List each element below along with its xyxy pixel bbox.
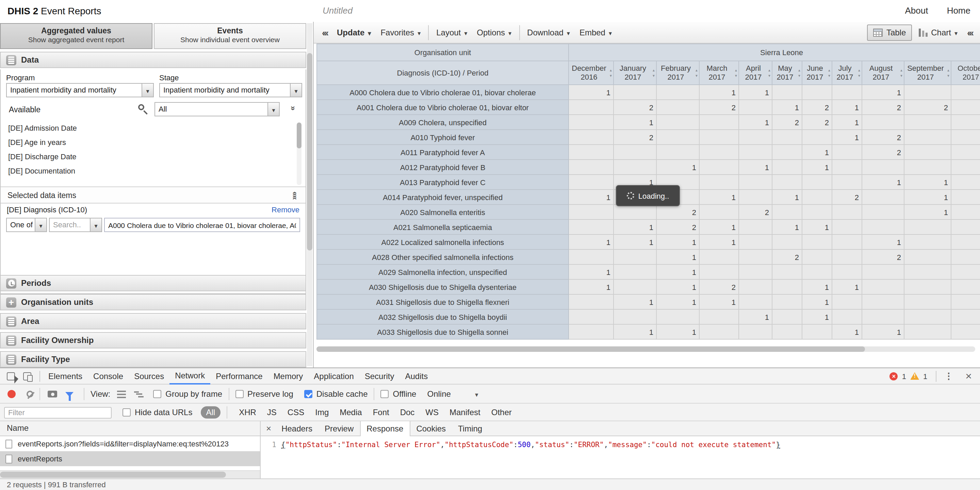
scrollbar-thumb[interactable] (297, 123, 301, 148)
device-toolbar-icon[interactable] (23, 372, 31, 380)
data-type-select[interactable]: All (154, 102, 280, 116)
accordion-area[interactable]: Area (0, 313, 306, 329)
about-link[interactable]: About (905, 5, 928, 16)
clear-icon[interactable] (27, 391, 33, 398)
filter-type-img[interactable]: Img (310, 406, 334, 418)
close-detail-icon[interactable] (266, 423, 271, 434)
home-link[interactable]: Home (947, 5, 970, 16)
sort-icon[interactable] (609, 67, 612, 78)
devtools-tab-console[interactable]: Console (88, 368, 129, 384)
scrollbar-thumb[interactable] (317, 347, 865, 352)
filter-type-font[interactable]: Font (368, 406, 395, 418)
filter-type-manifest[interactable]: Manifest (444, 406, 486, 418)
update-button[interactable]: Update (337, 27, 371, 37)
sort-icon[interactable] (695, 67, 698, 78)
devtools-tab-audits[interactable]: Audits (399, 368, 433, 384)
sort-icon[interactable] (947, 67, 950, 78)
close-devtools-icon[interactable] (964, 370, 973, 382)
table-view-button[interactable]: Table (867, 24, 912, 40)
accordion-facility-ownership[interactable]: Facility Ownership (0, 332, 306, 348)
requests-name-header[interactable]: Name (0, 421, 260, 436)
sort-icon[interactable] (652, 67, 655, 78)
accordion-organisation-units[interactable]: Organisation units (0, 294, 306, 310)
hide-data-urls-checkbox[interactable]: Hide data URLs (123, 408, 192, 417)
stage-select[interactable]: Inpatient morbidity and mortality (159, 83, 302, 97)
sort-icon[interactable] (768, 67, 771, 78)
sort-icon[interactable] (827, 67, 831, 78)
network-filter-input[interactable] (4, 407, 111, 418)
devtools-tab-application[interactable]: Application (308, 368, 359, 384)
operator-select[interactable]: One of (6, 218, 47, 232)
table-horizontal-scrollbar[interactable] (317, 347, 975, 352)
devtools-tab-sources[interactable]: Sources (129, 368, 169, 384)
filter-type-media[interactable]: Media (334, 406, 367, 418)
filter-type-ws[interactable]: WS (420, 406, 444, 418)
available-item[interactable]: [DE] Admission Date (2, 121, 297, 135)
available-item[interactable]: [DE] Documentation (2, 164, 297, 178)
filter-type-other[interactable]: Other (486, 406, 517, 418)
sort-icon[interactable] (858, 67, 861, 78)
sort-icon[interactable] (734, 67, 738, 78)
disable-cache-checkbox[interactable]: Disable cache (304, 389, 368, 399)
layout-button[interactable]: Layout (436, 27, 467, 37)
pivot-col-header[interactable]: July 2017 (832, 61, 862, 85)
detail-tab-timing[interactable]: Timing (452, 421, 488, 436)
diagnosis-filter-input[interactable] (104, 218, 300, 232)
download-button[interactable]: Download (527, 27, 570, 37)
waterfall-view-icon[interactable] (134, 390, 143, 398)
detail-tab-response[interactable]: Response (360, 421, 410, 436)
collapse-all-icon[interactable] (290, 191, 300, 199)
remove-link[interactable]: Remove (272, 205, 299, 214)
accordion-data[interactable]: Data (0, 52, 306, 68)
chart-view-button[interactable]: Chart (919, 27, 958, 37)
scrollbar-thumb[interactable] (307, 53, 312, 250)
requests-scrollbar[interactable] (0, 470, 260, 479)
devtools-tab-elements[interactable]: Elements (43, 368, 88, 384)
filter-type-xhr[interactable]: XHR (234, 406, 262, 418)
available-item[interactable]: [DE] Age in years (2, 135, 297, 150)
preserve-log-checkbox[interactable]: Preserve log (235, 389, 293, 399)
pivot-col-header[interactable]: October 2017 (951, 61, 980, 85)
warning-icon[interactable] (910, 372, 919, 380)
throttling-select[interactable]: Online (427, 389, 450, 399)
filter-type-js[interactable]: JS (262, 406, 282, 418)
tab-aggregated-values[interactable]: Aggregated values Show aggregated event … (0, 23, 153, 49)
program-select[interactable]: Inpatient morbidity and mortality (6, 83, 154, 97)
devtools-tab-security[interactable]: Security (360, 368, 400, 384)
favorites-button[interactable]: Favorites (380, 27, 421, 37)
pivot-col-header[interactable]: February 2017 (656, 61, 699, 85)
pivot-col-header[interactable]: September 2017 (904, 61, 951, 85)
chevron-down-icon[interactable] (474, 389, 479, 399)
tab-events[interactable]: Events Show individual event overview (154, 23, 306, 49)
collapse-sidebar-icon[interactable] (322, 27, 327, 38)
accordion-periods[interactable]: Periods (0, 275, 306, 291)
sort-icon[interactable] (900, 67, 903, 78)
pivot-col-header[interactable]: March 2017 (699, 61, 739, 85)
pivot-col-header[interactable]: June 2017 (802, 61, 832, 85)
search-icon[interactable] (138, 104, 144, 110)
filter-type-all[interactable]: All (200, 406, 221, 418)
search-combo[interactable]: Search.. (49, 218, 102, 232)
sort-icon[interactable] (798, 67, 801, 78)
inspect-element-icon[interactable] (7, 372, 15, 380)
request-row[interactable]: eventReports (0, 451, 260, 466)
devtools-tab-performance[interactable]: Performance (210, 368, 268, 384)
detail-tab-cookies[interactable]: Cookies (410, 421, 452, 436)
available-item[interactable]: [DE] Discharge Date (2, 150, 297, 164)
filter-type-css[interactable]: CSS (282, 406, 310, 418)
pivot-col-header[interactable]: May 2017 (772, 61, 802, 85)
pivot-col-header[interactable]: April 2017 (739, 61, 772, 85)
filter-icon[interactable] (65, 392, 73, 396)
record-icon[interactable] (8, 390, 16, 398)
offline-checkbox[interactable]: Offline (381, 389, 417, 399)
scrollbar-thumb[interactable] (0, 472, 226, 478)
pivot-col-header[interactable]: January 2017 (614, 61, 656, 85)
sidebar-scrollbar[interactable] (307, 23, 312, 366)
detail-tab-preview[interactable]: Preview (318, 421, 360, 436)
filter-type-doc[interactable]: Doc (395, 406, 420, 418)
group-by-frame-checkbox[interactable]: Group by frame (153, 389, 222, 399)
pivot-col-header[interactable]: December 2016 (569, 61, 614, 85)
devtools-tab-memory[interactable]: Memory (268, 368, 309, 384)
collapse-available-icon[interactable] (288, 106, 297, 110)
capture-screenshots-icon[interactable] (48, 391, 57, 398)
